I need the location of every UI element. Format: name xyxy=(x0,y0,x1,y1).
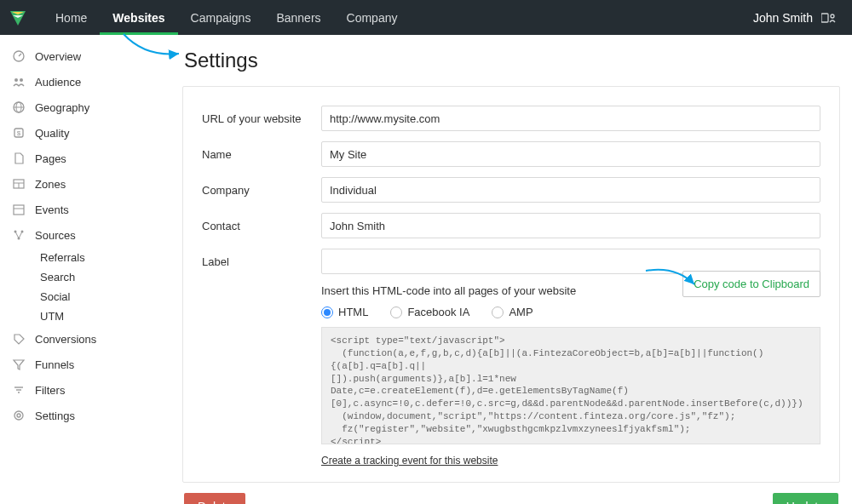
sidebar-conversions[interactable]: Conversions xyxy=(0,326,170,352)
svg-point-5 xyxy=(20,78,23,82)
user-switch-icon xyxy=(821,12,837,24)
nav-campaigns[interactable]: Campaigns xyxy=(178,0,264,35)
update-button[interactable]: Update xyxy=(773,493,838,504)
sidebar-utm[interactable]: UTM xyxy=(0,306,170,326)
svg-rect-14 xyxy=(14,205,24,215)
calendar-icon xyxy=(12,203,26,216)
sidebar-label: Settings xyxy=(35,410,75,422)
sidebar-label: Conversions xyxy=(35,333,96,346)
sidebar-social[interactable]: Social xyxy=(0,287,170,306)
sidebar-audience[interactable]: Audience xyxy=(0,69,170,94)
sidebar-quality[interactable]: $ Quality xyxy=(0,120,170,146)
label-contact: Contact xyxy=(202,220,321,232)
company-select[interactable]: Individual xyxy=(321,177,820,203)
url-input[interactable] xyxy=(321,106,820,131)
sidebar-sources[interactable]: Sources xyxy=(0,222,170,248)
radio-dot-icon xyxy=(321,306,333,318)
page-icon xyxy=(12,152,26,165)
sidebar-label: Events xyxy=(35,203,69,216)
sidebar-label: Audience xyxy=(35,76,81,89)
nav-banners[interactable]: Banners xyxy=(263,0,333,35)
label-company: Company xyxy=(202,184,321,197)
svg-text:$: $ xyxy=(17,129,21,137)
sidebar-filters[interactable]: Filters xyxy=(0,377,170,403)
svg-line-3 xyxy=(19,54,21,56)
sidebar-search[interactable]: Search xyxy=(0,267,170,287)
sidebar-zones[interactable]: Zones xyxy=(0,171,170,197)
sidebar-label: Filters xyxy=(35,384,65,397)
sidebar-label: Overview xyxy=(35,50,81,63)
user-menu[interactable]: John Smith xyxy=(753,11,837,25)
nav-home[interactable]: Home xyxy=(43,0,100,35)
sidebar-settings[interactable]: Settings xyxy=(0,403,170,428)
tag-icon xyxy=(12,332,26,346)
gauge-icon xyxy=(12,49,26,63)
settings-panel: URL of your website Name Company Individ… xyxy=(182,86,840,483)
svg-rect-0 xyxy=(821,14,828,22)
arrow-hint-icon xyxy=(642,264,701,295)
radio-dot-icon xyxy=(390,306,402,318)
label-url: URL of your website xyxy=(202,112,321,125)
sidebar-funnels[interactable]: Funnels xyxy=(0,352,170,377)
people-icon xyxy=(12,75,26,89)
quality-icon: $ xyxy=(12,126,26,140)
svg-point-1 xyxy=(831,14,834,18)
sidebar-events[interactable]: Events xyxy=(0,197,170,222)
filter-icon xyxy=(12,383,26,397)
sidebar-label: Quality xyxy=(35,127,69,140)
radio-html[interactable]: HTML xyxy=(321,306,368,318)
radio-facebook-ia[interactable]: Facebook IA xyxy=(390,306,469,318)
copy-code-button[interactable]: Copy code to Clipboard xyxy=(682,271,820,297)
page-title: Settings xyxy=(184,49,840,72)
globe-icon xyxy=(12,100,26,114)
label-label: Label xyxy=(202,255,321,268)
name-input[interactable] xyxy=(321,141,820,167)
sidebar-geography[interactable]: Geography xyxy=(0,94,170,120)
delete-button[interactable]: Delete xyxy=(184,493,245,504)
svg-point-23 xyxy=(17,414,20,417)
radio-dot-icon xyxy=(492,306,504,318)
svg-point-22 xyxy=(14,411,23,420)
sidebar-label: Pages xyxy=(35,152,66,165)
sidebar-label: Geography xyxy=(35,101,89,114)
sidebar: Overview Audience Geography $ Quality Pa… xyxy=(0,35,170,504)
radio-amp[interactable]: AMP xyxy=(492,306,532,318)
zones-icon xyxy=(12,177,26,191)
code-textarea[interactable]: <script type="text/javascript"> (functio… xyxy=(321,327,820,444)
sidebar-label: Funnels xyxy=(35,358,74,371)
label-name: Name xyxy=(202,148,321,161)
sources-icon xyxy=(12,228,26,242)
sidebar-pages[interactable]: Pages xyxy=(0,146,170,171)
sidebar-label: Sources xyxy=(35,229,76,242)
nav-company[interactable]: Company xyxy=(334,0,411,35)
logo xyxy=(9,9,27,27)
contact-select[interactable]: John Smith xyxy=(321,213,820,238)
arrow-hint-icon xyxy=(119,30,187,64)
sidebar-referrals[interactable]: Referrals xyxy=(0,248,170,267)
funnel-icon xyxy=(12,358,26,371)
user-name: John Smith xyxy=(753,11,813,25)
gear-icon xyxy=(12,409,26,422)
create-tracking-event-link[interactable]: Create a tracking event for this website xyxy=(321,455,498,467)
sidebar-label: Zones xyxy=(35,178,66,191)
svg-point-4 xyxy=(14,78,18,82)
